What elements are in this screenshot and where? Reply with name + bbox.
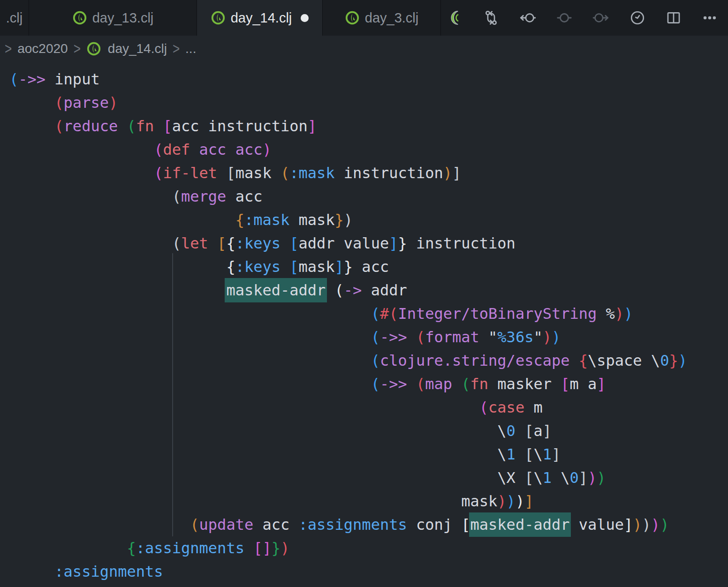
more-actions-icon[interactable] xyxy=(702,10,718,26)
step-back-icon[interactable] xyxy=(519,10,536,26)
code-token: \ xyxy=(497,422,506,440)
breadcrumb-folder[interactable]: aoc2020 xyxy=(17,41,68,56)
code-token: mask xyxy=(235,164,272,182)
code-line: :assignments xyxy=(9,560,728,583)
code-token: ) xyxy=(516,492,524,510)
code-editor[interactable]: (->> input (parse) (reduce (fn [acc inst… xyxy=(0,62,728,587)
code-token: ) xyxy=(543,328,552,346)
code-token: 1 xyxy=(507,445,516,463)
tab-day_13-clj[interactable]: day_13.clj xyxy=(29,0,197,36)
code-token xyxy=(407,375,416,393)
code-token xyxy=(452,375,461,393)
tab-label: day_3.clj xyxy=(365,10,418,26)
code-token: [ xyxy=(289,234,298,252)
code-token: ) xyxy=(344,211,353,229)
code-token: } xyxy=(272,539,281,557)
code-token xyxy=(9,328,371,346)
record-dot-icon xyxy=(556,10,572,26)
code-token: ] xyxy=(335,258,344,276)
code-token xyxy=(407,328,416,346)
code-line: (merge acc xyxy=(9,185,728,208)
code-token: ) xyxy=(651,516,660,534)
code-token: instruction xyxy=(407,234,516,252)
code-token: ( xyxy=(281,164,289,182)
code-token: \ xyxy=(533,445,542,463)
tab-day_3-clj[interactable]: day_3.clj xyxy=(323,0,441,36)
code-token: ] xyxy=(543,422,552,440)
code-token: ) xyxy=(678,352,687,369)
code-token xyxy=(272,164,281,182)
code-token: ( xyxy=(154,164,163,182)
code-token: ) xyxy=(642,516,651,534)
breadcrumb: > aoc2020 > day_14.clj > ... xyxy=(0,36,728,62)
code-token: { xyxy=(226,234,235,252)
code-token: ( xyxy=(172,188,181,205)
code-token: mask xyxy=(299,258,335,276)
code-token xyxy=(190,141,199,158)
code-token: [ xyxy=(217,234,226,252)
editor-toolbar xyxy=(445,0,728,36)
code-token: addr value xyxy=(299,234,389,252)
code-token: ] xyxy=(579,469,588,487)
compare-changes-icon[interactable] xyxy=(483,10,499,26)
code-token: " xyxy=(479,328,498,346)
code-token: [ xyxy=(561,375,569,393)
code-token: acc xyxy=(226,188,262,205)
history-icon[interactable] xyxy=(629,10,645,26)
code-line: (case m xyxy=(9,396,728,419)
code-token: ( xyxy=(190,516,199,534)
calva-icon[interactable] xyxy=(449,10,463,26)
code-token: def xyxy=(163,141,190,158)
code-line: {:assignments []}) xyxy=(9,536,728,560)
step-forward-icon xyxy=(592,10,609,26)
code-token: conj xyxy=(407,516,462,534)
code-token: ) xyxy=(281,539,289,557)
code-token xyxy=(9,375,371,393)
code-token: [] xyxy=(253,539,272,557)
code-token: ] xyxy=(597,375,606,393)
code-content: (->> input (parse) (reduce (fn [acc inst… xyxy=(0,62,728,587)
code-token: } xyxy=(398,234,407,252)
code-token: ( xyxy=(127,117,136,135)
code-token: \X xyxy=(497,469,524,487)
tab--clj[interactable]: .clj xyxy=(0,0,29,36)
breadcrumb-symbol-ellipsis[interactable]: ... xyxy=(185,41,196,56)
code-token: mask xyxy=(461,492,497,510)
code-token: \ xyxy=(552,469,570,487)
code-line: {:keys [mask]} acc xyxy=(9,255,728,278)
code-token xyxy=(9,516,190,534)
modified-dot-icon[interactable] xyxy=(301,14,309,22)
code-token: ( xyxy=(416,375,425,393)
code-token: ) xyxy=(507,492,516,510)
code-token: -> xyxy=(344,281,362,299)
code-token: map xyxy=(425,375,452,393)
code-token xyxy=(9,281,226,299)
code-token: \ xyxy=(642,352,660,369)
code-token: ) xyxy=(552,328,561,346)
code-token: } xyxy=(344,258,353,276)
code-line: (->> input xyxy=(9,68,728,91)
breadcrumb-file[interactable]: day_14.clj xyxy=(108,41,167,56)
code-token xyxy=(281,234,289,252)
code-token: m xyxy=(524,399,543,416)
code-token: [ xyxy=(524,445,533,463)
code-token xyxy=(9,234,172,252)
code-token: [ xyxy=(524,422,533,440)
code-token: \ xyxy=(533,469,542,487)
code-token: acc xyxy=(253,516,298,534)
code-line: \0 [a] xyxy=(9,419,728,443)
code-token xyxy=(569,352,578,369)
code-token xyxy=(9,399,479,416)
code-token: case xyxy=(488,399,524,416)
code-token: ) xyxy=(624,305,633,323)
code-token: addr xyxy=(362,281,407,299)
code-line: \1 [\1] xyxy=(9,443,728,466)
split-editor-icon[interactable] xyxy=(666,10,682,26)
tab-day_14-clj[interactable]: day_14.clj xyxy=(197,0,323,36)
code-token: [ xyxy=(524,469,533,487)
chevron-right-icon: > xyxy=(5,40,12,58)
occurrence-highlight: masked-addr xyxy=(469,512,571,537)
code-token: acc xyxy=(353,258,389,276)
code-token: } xyxy=(669,352,678,369)
tab-label: day_14.clj xyxy=(231,10,292,26)
